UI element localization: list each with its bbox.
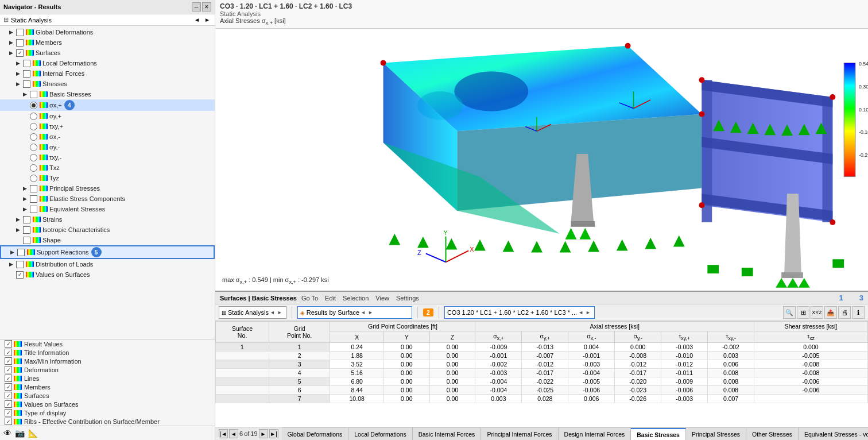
tree-item-strains[interactable]: ▶Strains <box>0 214 215 225</box>
bl-item-ribs---effective-contribution-on-surface/member[interactable]: Ribs - Effective Contribution on Surface… <box>0 417 215 426</box>
tab-other-stresses[interactable]: Other Stresses <box>746 428 799 440</box>
expand-arrow[interactable]: ▶ <box>23 91 30 97</box>
dropdown-prev[interactable]: ◄ <box>269 310 276 315</box>
radio-tyz[interactable] <box>30 175 37 182</box>
tree-item-basic-stresses[interactable]: ▶Basic Stresses <box>0 89 215 99</box>
tree-item-sigma-x-minus[interactable]: σx,- <box>0 132 215 142</box>
checkbox-shape[interactable] <box>23 237 30 244</box>
radio-sigma-x-minus[interactable] <box>30 133 37 141</box>
tree-item-sigma-y-minus[interactable]: σy,- <box>0 142 215 152</box>
radio-tau-xy-minus[interactable] <box>30 154 37 161</box>
menu-view[interactable]: View <box>375 295 389 302</box>
camera-icon[interactable]: 📷 <box>15 429 25 438</box>
checkbox-dist-loads[interactable] <box>16 261 24 268</box>
bl-item-deformation[interactable]: Deformation <box>0 365 215 374</box>
tab-basic-internal-forces[interactable]: Basic Internal Forces <box>413 428 482 440</box>
prev-page[interactable]: ◄ <box>229 429 238 438</box>
tree-item-global-def[interactable]: ▶Global Deformations <box>0 27 215 37</box>
tree-item-principal-stresses[interactable]: ▶Principal Stresses <box>0 183 215 194</box>
expand-arrow[interactable]: ▶ <box>23 206 30 212</box>
bl-checkbox[interactable] <box>5 375 12 382</box>
expand-arrow[interactable]: ▶ <box>16 227 23 233</box>
checkbox-principal-stresses[interactable] <box>30 185 37 192</box>
co3-prev[interactable]: ◄ <box>577 310 584 315</box>
info-button[interactable]: ℹ <box>852 306 865 319</box>
radio-sigma-y-plus[interactable] <box>30 113 37 120</box>
tab-equivalent-stresses---von-mises[interactable]: Equivalent Stresses - von Mises <box>799 428 868 440</box>
tree-item-support-reactions[interactable]: ▶Support Reactions5 <box>0 245 215 259</box>
tree-item-internal-forces[interactable]: ▶Internal Forces <box>0 68 215 79</box>
bl-item-lines[interactable]: Lines <box>0 374 215 383</box>
checkbox-strains[interactable] <box>23 216 30 223</box>
bl-checkbox[interactable] <box>5 366 12 373</box>
checkbox-support-reactions[interactable] <box>17 249 25 256</box>
nav-next-arrow[interactable]: ► <box>203 17 211 23</box>
bl-item-type-of-display[interactable]: Type of display <box>0 408 215 417</box>
co3-next[interactable]: ► <box>584 310 592 315</box>
bl-item-values-on-surfaces[interactable]: Values on Surfaces <box>0 400 215 408</box>
radio-tau-xy-plus[interactable] <box>30 123 37 130</box>
tab-principal-internal-forces[interactable]: Principal Internal Forces <box>481 428 558 440</box>
radio-txz[interactable] <box>30 164 37 172</box>
bl-item-surfaces[interactable]: Surfaces <box>0 391 215 400</box>
menu-edit[interactable]: Edit <box>325 295 336 302</box>
tree-item-isotropic[interactable]: ▶Isotropic Characteristics <box>0 225 215 235</box>
tab-global-deformations[interactable]: Global Deformations <box>282 428 349 440</box>
expand-arrow[interactable]: ▶ <box>9 40 16 45</box>
checkbox-equiv-stresses[interactable] <box>30 206 37 213</box>
tree-item-txz[interactable]: Txz <box>0 163 215 173</box>
tab-local-deformations[interactable]: Local Deformations <box>348 428 412 440</box>
tree-item-surfaces[interactable]: ▶Surfaces <box>0 48 215 58</box>
expand-arrow[interactable]: ▶ <box>23 196 30 202</box>
tree-item-elastic-stress[interactable]: ▶Elastic Stress Components <box>0 194 215 204</box>
expand-arrow[interactable]: ▶ <box>9 29 16 35</box>
ruler-icon[interactable]: 📐 <box>28 429 38 438</box>
bl-checkbox[interactable] <box>5 357 12 365</box>
tree-item-sigma-x-plus[interactable]: σx,+4 <box>0 99 215 111</box>
checkbox-members[interactable] <box>16 39 24 47</box>
xyz-button[interactable]: XYZ <box>811 306 823 319</box>
bl-checkbox[interactable] <box>5 383 12 391</box>
tab-basic-stresses[interactable]: Basic Stresses <box>631 428 686 440</box>
last-page[interactable]: ►| <box>269 429 278 438</box>
co3-combo[interactable]: CO3 1.20 * LC1 + 1.60 * LC2 + 1.60 * LC3… <box>444 306 595 319</box>
bl-checkbox[interactable] <box>5 409 12 416</box>
checkbox-isotropic[interactable] <box>23 226 30 234</box>
menu-goto[interactable]: Go To <box>301 295 318 302</box>
expand-arrow[interactable]: ▶ <box>9 261 16 267</box>
eye-icon[interactable]: 👁 <box>3 429 11 438</box>
table-button[interactable]: ⊞ <box>797 306 809 319</box>
close-button[interactable]: ✕ <box>202 2 211 11</box>
tree-item-sigma-y-plus[interactable]: σy,+ <box>0 111 215 121</box>
tree-item-local-def[interactable]: ▶Local Deformations <box>0 58 215 68</box>
bl-checkbox[interactable] <box>5 392 12 399</box>
checkbox-values-on-surfaces[interactable] <box>16 271 24 279</box>
tree-item-tau-xy-plus[interactable]: τxy,+ <box>0 121 215 132</box>
nav-prev-arrow[interactable]: ◄ <box>193 17 201 23</box>
bl-item-members[interactable]: Members <box>0 383 215 391</box>
results-next[interactable]: ► <box>367 310 374 315</box>
minimize-button[interactable]: ─ <box>192 2 201 11</box>
tree-item-equiv-stresses[interactable]: ▶Equivalent Stresses <box>0 204 215 214</box>
checkbox-stresses[interactable] <box>23 80 30 88</box>
results-prev[interactable]: ◄ <box>359 310 367 315</box>
bl-item-max/min-information[interactable]: Max/Min Information <box>0 357 215 365</box>
radio-sigma-y-minus[interactable] <box>30 144 37 151</box>
results-by-dropdown[interactable]: ◈ Results by Surface ◄ ► <box>297 306 412 319</box>
checkbox-local-def[interactable] <box>23 60 30 67</box>
analysis-dropdown[interactable]: ⊞ Static Analysis ◄ ► <box>219 306 286 319</box>
bl-item-result-values[interactable]: Result Values <box>0 339 215 348</box>
bl-checkbox[interactable] <box>5 418 12 425</box>
tree-item-tau-xy-minus[interactable]: τxy,- <box>0 152 215 163</box>
menu-selection[interactable]: Selection <box>343 295 369 302</box>
radio-sigma-x-plus[interactable] <box>30 102 37 109</box>
checkbox-basic-stresses[interactable] <box>30 91 37 98</box>
expand-arrow[interactable]: ▶ <box>16 71 23 76</box>
tree-item-values-on-surfaces[interactable]: Values on Surfaces <box>0 269 215 280</box>
tree-item-shape[interactable]: Shape <box>0 235 215 245</box>
print-button[interactable]: 🖨 <box>838 306 851 319</box>
expand-arrow[interactable]: ▶ <box>10 249 17 255</box>
dropdown-next[interactable]: ► <box>276 310 284 315</box>
expand-arrow[interactable]: ▶ <box>16 60 23 66</box>
tab-principal-stresses[interactable]: Principal Stresses <box>686 428 746 440</box>
